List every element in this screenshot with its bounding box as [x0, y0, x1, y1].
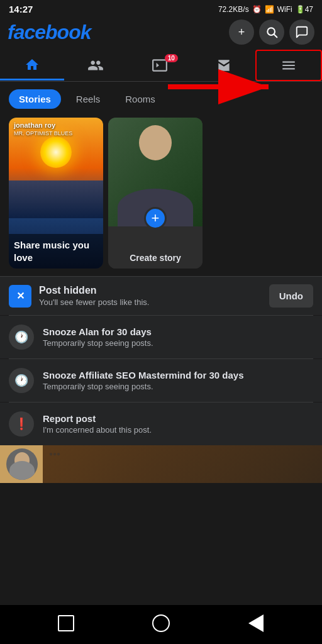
tab-home[interactable]: [0, 51, 64, 80]
triangle-icon: [248, 614, 264, 632]
post-hidden-x-icon: ✕: [9, 285, 31, 308]
nav-tabs: 10: [0, 50, 322, 82]
search-button[interactable]: [259, 19, 284, 45]
status-icons: 72.2KB/s ⏰ 📶 WiFi 🔋47: [218, 5, 313, 14]
report-post-sub: I'm concerned about this post.: [43, 425, 152, 435]
post-hidden-banner: ✕ Post hidden You'll see fewer posts lik…: [0, 276, 322, 315]
story-text: Share music you love: [14, 239, 98, 264]
network-speed: 72.2KB/s: [218, 5, 249, 14]
post-hidden-title: Post hidden: [39, 285, 262, 296]
report-post-title: Report post: [43, 413, 152, 424]
tab-marketplace[interactable]: [192, 51, 256, 80]
recents-button[interactable]: [240, 613, 272, 634]
report-post-text: Report post I'm concerned about this pos…: [43, 413, 152, 435]
bottom-avatar: [6, 448, 38, 480]
snooze-icon-2: 🕐: [9, 368, 34, 393]
post-hidden-subtitle: You'll see fewer posts like this.: [39, 297, 262, 307]
home-button[interactable]: [145, 613, 177, 634]
header-action-icons: +: [229, 19, 314, 45]
wifi-icon: WiFi: [277, 5, 292, 14]
circle-icon: [152, 614, 170, 632]
stories-tab-reels[interactable]: Reels: [66, 89, 110, 109]
messenger-button[interactable]: [289, 19, 314, 45]
avatar-body: [9, 461, 35, 480]
snooze-affiliate-text: Snooze Affiliate SEO Mastermind for 30 d…: [43, 370, 244, 391]
undo-button[interactable]: Undo: [269, 284, 313, 308]
signal-icon: 📶: [265, 5, 274, 14]
bottom-preview-strip: ●●●: [0, 445, 322, 483]
snooze-affiliate-sub: Temporarily stop seeing posts.: [43, 382, 244, 391]
snooze-icon-1: 🕐: [9, 325, 34, 350]
square-icon: [58, 615, 74, 631]
stories-tabs: Stories Reels Rooms: [0, 82, 322, 115]
status-time: 14:27: [9, 4, 33, 14]
story-card-overlay: Share music you love: [9, 234, 103, 269]
tab-watch[interactable]: 10: [128, 51, 192, 80]
create-story-label: Create story: [108, 247, 203, 269]
snooze-affiliate-item[interactable]: 🕐 Snooze Affiliate SEO Mastermind for 30…: [0, 359, 322, 402]
snooze-alan-text: Snooze Alan for 30 days Temporarily stop…: [43, 326, 153, 348]
status-bar: 14:27 72.2KB/s ⏰ 📶 WiFi 🔋47: [0, 0, 322, 17]
snooze-alan-item[interactable]: 🕐 Snooze Alan for 30 days Temporarily st…: [0, 316, 322, 358]
back-button[interactable]: [50, 613, 82, 634]
story-cards-container: jonathan royMR. OPTIMIST BLUES Share mus…: [0, 115, 322, 276]
report-icon: ❗: [9, 411, 34, 436]
add-button[interactable]: +: [229, 19, 254, 45]
tab-menu[interactable]: [255, 50, 322, 81]
watch-badge: 10: [165, 54, 178, 62]
svg-line-1: [274, 35, 277, 38]
top-header: facebook +: [0, 17, 322, 50]
story-card-music[interactable]: jonathan royMR. OPTIMIST BLUES Share mus…: [9, 118, 103, 269]
tab-friends[interactable]: [64, 51, 128, 80]
menu-items-container: 🕐 Snooze Alan for 30 days Temporarily st…: [0, 316, 322, 445]
alarm-icon: ⏰: [252, 5, 262, 14]
battery-icon: 🔋47: [296, 5, 313, 14]
facebook-logo: facebook: [8, 21, 91, 44]
create-story-text: Create story: [130, 253, 181, 263]
snooze-alan-sub: Temporarily stop seeing posts.: [43, 338, 153, 348]
system-nav-bar: [0, 605, 322, 644]
snooze-affiliate-title: Snooze Affiliate SEO Mastermind for 30 d…: [43, 370, 244, 380]
post-hidden-text-block: Post hidden You'll see fewer posts like …: [39, 285, 262, 307]
snooze-alan-title: Snooze Alan for 30 days: [43, 326, 153, 337]
story-card-create[interactable]: + Create story: [108, 118, 203, 269]
stories-tab-stories[interactable]: Stories: [9, 89, 61, 109]
stories-tab-rooms[interactable]: Rooms: [115, 89, 165, 109]
story-artist-name: jonathan royMR. OPTIMIST BLUES: [14, 121, 72, 136]
create-plus-icon[interactable]: +: [144, 207, 167, 230]
report-post-item[interactable]: ❗ Report post I'm concerned about this p…: [0, 402, 322, 445]
